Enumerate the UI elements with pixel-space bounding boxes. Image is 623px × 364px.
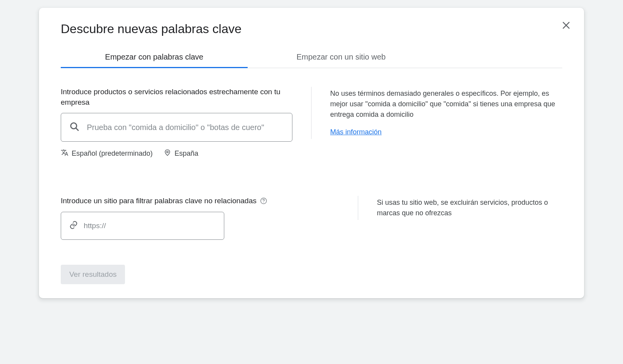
page-title: Descubre nuevas palabras clave <box>61 22 562 36</box>
view-results-button[interactable]: Ver resultados <box>61 265 125 284</box>
keywords-tip: No uses términos demasiado generales o e… <box>311 87 562 139</box>
tab-website[interactable]: Empezar con un sitio web <box>248 47 435 68</box>
site-tip-text: Si usas tu sitio web, se excluirán servi… <box>377 197 562 218</box>
location-chip[interactable]: España <box>164 149 198 158</box>
svg-point-6 <box>263 202 264 203</box>
tab-keywords[interactable]: Empezar con palabras clave <box>61 47 248 68</box>
site-label-text: Introduce un sitio para filtrar palabras… <box>61 196 257 206</box>
site-input[interactable] <box>84 222 216 230</box>
location-label: España <box>174 149 198 158</box>
location-icon <box>164 149 171 158</box>
keywords-label: Introduce productos o servicios relacion… <box>61 87 292 107</box>
site-left: Introduce un sitio para filtrar palabras… <box>61 196 292 240</box>
search-icon <box>69 121 80 134</box>
keywords-input[interactable] <box>87 123 284 132</box>
keywords-tip-text: No uses términos demasiado generales o e… <box>330 88 562 120</box>
help-icon[interactable] <box>260 197 268 205</box>
site-label: Introduce un sitio para filtrar palabras… <box>61 196 292 206</box>
close-button[interactable] <box>559 19 573 33</box>
site-tip: Si usas tu sitio web, se excluirán servi… <box>358 196 562 220</box>
close-icon <box>561 20 571 32</box>
locale-chips: Español (predeterminado) España <box>61 149 292 158</box>
svg-line-3 <box>76 128 78 130</box>
site-input-box[interactable] <box>61 212 224 240</box>
keywords-section: Introduce productos o servicios relacion… <box>61 87 562 158</box>
more-info-link[interactable]: Más información <box>330 127 382 137</box>
language-label: Español (predeterminado) <box>72 149 153 158</box>
keywords-left: Introduce productos o servicios relacion… <box>61 87 292 158</box>
translate-icon <box>61 149 69 158</box>
link-icon <box>69 220 78 231</box>
keywords-input-box[interactable] <box>61 113 292 142</box>
dialog-card: Descubre nuevas palabras clave Empezar c… <box>39 8 584 298</box>
site-section: Introduce un sitio para filtrar palabras… <box>61 196 562 240</box>
svg-point-4 <box>167 151 168 153</box>
language-chip[interactable]: Español (predeterminado) <box>61 149 153 158</box>
tabs: Empezar con palabras clave Empezar con u… <box>61 47 562 68</box>
